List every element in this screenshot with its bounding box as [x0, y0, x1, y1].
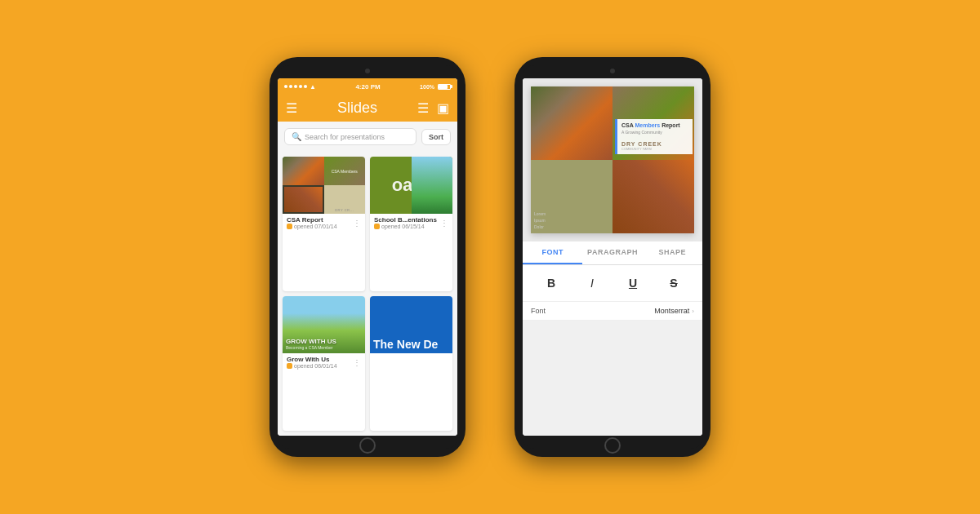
grow-thumb: GROW WITH US Becoming a CSA Member: [283, 296, 365, 353]
school-more-icon[interactable]: ⋮: [440, 219, 448, 228]
header-icons: ☰ ▣: [417, 100, 449, 116]
school-title: School B...entations: [374, 216, 437, 224]
camera-left: [365, 69, 370, 73]
csa-top-right: CSA Members: [324, 157, 366, 185]
slide-card-school[interactable]: oard School B...entations opened 06/15/1…: [370, 157, 452, 291]
school-overlay: [412, 157, 453, 214]
preview-veg-art: [531, 86, 612, 160]
strikethrough-button[interactable]: S: [659, 272, 688, 295]
battery-cap: [451, 85, 452, 88]
bold-button[interactable]: B: [537, 272, 566, 295]
status-bar-left: ▲ 4:20 PM 100%: [278, 78, 457, 95]
school-date: opened 06/15/14: [374, 224, 437, 229]
preview-bottom-left: LoremIpsumDolor: [531, 160, 612, 233]
grow-thumb-inner: GROW WITH US Becoming a CSA Member: [283, 296, 365, 353]
search-placeholder: Search for presentations: [305, 133, 385, 141]
grow-card-title: Grow With Us: [287, 356, 337, 363]
csa-bottom-right: DRY CR...: [324, 185, 366, 214]
tab-shape[interactable]: SHAPE: [643, 241, 702, 264]
phone-top-bar-left: [278, 65, 457, 77]
preview-title-blue: Members: [635, 122, 660, 128]
preview-veg-art-2: [612, 160, 694, 233]
app-header-left: ☰ Slides ☰ ▣: [278, 95, 457, 122]
preview-title: CSA Members Report: [621, 122, 688, 128]
csa-thumb: CSA Members DRY CR...: [283, 157, 365, 214]
preview-top-left: [531, 86, 612, 160]
newdeal-text: The New De: [373, 339, 438, 350]
newdeal-thumb-inner: The New De: [370, 296, 452, 353]
preview-farm-name: DRY CREEK: [621, 141, 688, 147]
phone-right: LoremIpsumDolor CSA Members Report A Gro…: [514, 57, 710, 457]
veg-art-bottom-left: [284, 187, 323, 212]
signal-dot-2: [289, 85, 292, 88]
grow-date-text: opened 06/01/14: [294, 363, 337, 369]
newdeal-thumb: The New De: [370, 296, 452, 353]
list-view-icon[interactable]: ☰: [417, 100, 429, 116]
phone-left: ▲ 4:20 PM 100% ☰ Slides ☰ ▣ 🔍: [270, 57, 466, 457]
search-icon: 🔍: [292, 132, 301, 141]
status-time: 4:20 PM: [355, 83, 380, 91]
csa-meta: CSA Report opened 07/01/14 ⋮: [283, 214, 365, 232]
signal-dots: [284, 85, 307, 88]
app-title: Slides: [337, 100, 377, 117]
status-right: 100%: [420, 84, 451, 90]
slides-grid: CSA Members DRY CR...: [278, 152, 457, 436]
signal-dot-3: [294, 85, 297, 88]
hamburger-menu-icon[interactable]: ☰: [286, 100, 297, 116]
csa-top-left: [283, 157, 324, 185]
battery-fill: [439, 85, 448, 89]
search-area: 🔍 Search for presentations Sort: [278, 122, 457, 152]
school-thumb-inner: oard: [370, 157, 452, 214]
phone-bottom-bar-left: [278, 437, 457, 449]
phone-bottom-bar-right: [523, 437, 702, 449]
slide-card-newdeal[interactable]: The New De: [370, 296, 452, 431]
school-icon: [374, 224, 380, 229]
chevron-right-icon: ›: [692, 308, 694, 315]
csa-title: CSA Report: [287, 216, 337, 224]
csa-bottom-left: [283, 185, 324, 214]
italic-button[interactable]: I: [577, 272, 607, 295]
underline-button[interactable]: U: [618, 272, 648, 295]
folder-icon[interactable]: ▣: [437, 100, 449, 116]
school-thumb: oard: [370, 157, 452, 214]
veg-art-top-left: [283, 157, 324, 185]
csa-title-block: CSA Report opened 07/01/14: [287, 216, 337, 229]
font-value: Montserrat: [654, 307, 689, 315]
grow-title: GROW WITH US: [286, 338, 362, 345]
phone-screen-left: ▲ 4:20 PM 100% ☰ Slides ☰ ▣ 🔍: [278, 78, 457, 436]
tab-font[interactable]: FONT: [523, 241, 582, 264]
font-row[interactable]: Font Montserrat ›: [523, 302, 702, 321]
hiking-image: [412, 157, 453, 214]
preview-bottom-right: [612, 160, 694, 233]
slide-card-grow[interactable]: GROW WITH US Becoming a CSA Member Grow …: [283, 296, 365, 431]
format-buttons-row: B I U S: [523, 265, 702, 302]
slide-editor: LoremIpsumDolor CSA Members Report A Gro…: [523, 78, 702, 436]
font-value-group: Montserrat ›: [654, 307, 694, 315]
search-box[interactable]: 🔍 Search for presentations: [284, 128, 416, 145]
slide-card-csa[interactable]: CSA Members DRY CR...: [283, 157, 365, 291]
csa-more-icon[interactable]: ⋮: [353, 219, 361, 228]
grow-date: opened 06/01/14: [287, 363, 337, 369]
home-button-left[interactable]: [359, 437, 376, 454]
school-date-text: opened 06/15/14: [381, 224, 425, 229]
csa-icon: [287, 224, 292, 229]
preview-blk-text: LoremIpsumDolor: [534, 210, 609, 230]
csa-thumb-grid: CSA Members DRY CR...: [283, 157, 365, 214]
preview-text-block: CSA Members Report A Growing Community D…: [615, 119, 693, 154]
phone-screen-right: LoremIpsumDolor CSA Members Report A Gro…: [523, 78, 702, 436]
csa-date-text: opened 07/01/14: [294, 224, 337, 229]
battery-icon: [438, 84, 451, 90]
editor-canvas: LoremIpsumDolor CSA Members Report A Gro…: [523, 78, 702, 241]
tab-paragraph[interactable]: PARAGRAPH: [582, 241, 642, 264]
battery-percent: 100%: [420, 84, 434, 90]
slide-preview: LoremIpsumDolor CSA Members Report A Gro…: [531, 86, 694, 233]
sort-button[interactable]: Sort: [421, 129, 451, 145]
signal-dot-1: [284, 85, 287, 88]
status-left: ▲: [284, 83, 316, 91]
font-label: Font: [531, 307, 546, 315]
phone-top-bar-right: [523, 65, 702, 77]
grow-icon: [287, 363, 292, 369]
grow-more-icon[interactable]: ⋮: [353, 358, 361, 367]
home-button-right[interactable]: [604, 437, 621, 454]
wifi-icon: ▲: [310, 83, 316, 91]
